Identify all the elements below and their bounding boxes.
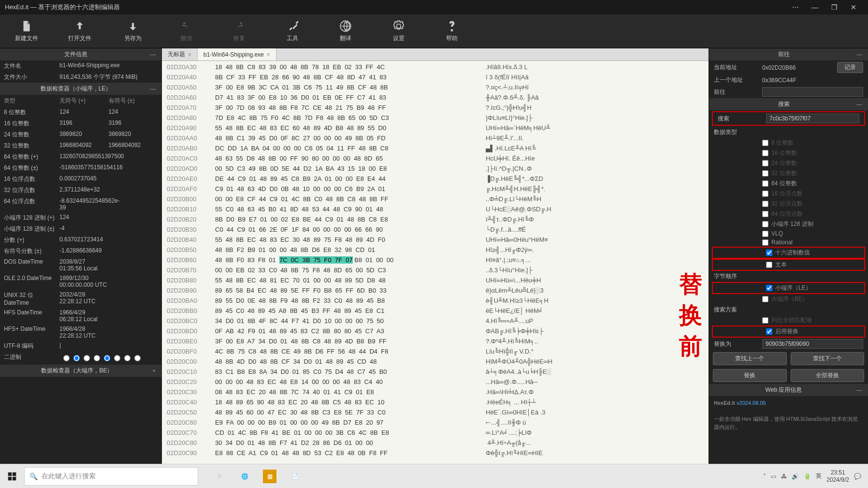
- help-button[interactable]: 帮助: [425, 15, 478, 48]
- webapp-header[interactable]: Web 应用信息—: [709, 384, 868, 396]
- hex-row[interactable]: 02D20BE03F 00 E8 A7 34 D0 01 48 8B C8 48…: [162, 336, 709, 346]
- save-as-button[interactable]: 另存为: [106, 15, 159, 48]
- hex-row[interactable]: 02D20BB089 45 C0 48 89 45 A8 8B 45 B3 FF…: [162, 306, 709, 316]
- replace-input[interactable]: [762, 339, 863, 349]
- hex-row[interactable]: 02D20C3008 48 83 EC 20 48 8B 7C 74 40 01…: [162, 387, 709, 397]
- steam-icon[interactable]: ⚙: [208, 465, 231, 488]
- list-all-checkbox[interactable]: [762, 317, 768, 324]
- hex-row[interactable]: 02D20C5048 89 45 60 00 47 EC 30 48 8B C3…: [162, 407, 709, 417]
- settings-button[interactable]: 设置: [372, 15, 425, 48]
- hex-row[interactable]: 02D20B1055 C0 48 63 45 B0 41 8D 48 53 44…: [162, 204, 709, 214]
- datatype-checkbox[interactable]: [762, 239, 768, 246]
- datatype-checkbox[interactable]: [762, 160, 768, 166]
- clock[interactable]: 23:512024/9/2: [826, 469, 849, 483]
- hex-row[interactable]: 02D20B4055 48 8B EC 48 83 EC 30 48 89 75…: [162, 235, 709, 245]
- hex-row[interactable]: 02D20AA048 8B C1 39 45 D0 0F 8C 27 00 00…: [162, 133, 709, 143]
- be-checkbox[interactable]: [762, 296, 768, 302]
- hex-row[interactable]: 02D20AF0C9 01 48 63 4D D0 0B 48 10 00 00…: [162, 184, 709, 194]
- datatype-checkbox[interactable]: [762, 231, 768, 237]
- le-checkbox[interactable]: [766, 285, 772, 291]
- hex-row[interactable]: 02D20B6048 8B F0 83 F8 01 7C 0C 3B 75 F0…: [162, 255, 709, 265]
- notification-icon[interactable]: 💬: [854, 473, 861, 480]
- search-header[interactable]: 搜索—: [709, 98, 868, 110]
- hex-row[interactable]: 02D20A408B CF 33 FF EB 28 66 90 48 8B CF…: [162, 72, 709, 82]
- collapse-icon[interactable]: —: [148, 86, 158, 92]
- datatype-checkbox[interactable]: [762, 201, 768, 207]
- goto-input[interactable]: [762, 87, 863, 97]
- replace-all-button[interactable]: 全部替换: [791, 369, 865, 382]
- find-next-button[interactable]: 查找下一个: [791, 352, 865, 365]
- minimize-icon[interactable]: —: [805, 3, 825, 11]
- close-tab-icon[interactable]: ×: [188, 51, 191, 58]
- close-tab-icon[interactable]: ×: [267, 51, 270, 58]
- hex-row[interactable]: 02D20C70CD 01 4C 8B F8 41 BE 01 00 00 00…: [162, 428, 709, 438]
- chevron-up-icon[interactable]: ˄: [763, 473, 766, 480]
- enable-replace-checkbox[interactable]: [766, 328, 772, 335]
- notepad-icon[interactable]: 📄: [283, 465, 306, 488]
- tab-file[interactable]: b1-Win64-Shipping.exe×: [198, 48, 276, 60]
- hex-row[interactable]: 02D20B0000 00 E8 CF 44 C9 01 4C 8B C0 48…: [162, 194, 709, 204]
- translate-button[interactable]: 翻译: [319, 15, 372, 48]
- hex-row[interactable]: 02D20C2000 00 00 48 83 EC 48 E8 14 00 00…: [162, 377, 709, 387]
- network-icon[interactable]: 🖧: [781, 473, 787, 480]
- binary-radios[interactable]: [59, 353, 158, 363]
- hex-row[interactable]: 02D20B8055 48 8B EC 48 81 EC 70 01 00 00…: [162, 275, 709, 285]
- new-file-button[interactable]: 新建文件: [0, 15, 53, 48]
- taskbar-search[interactable]: 🔍在此键入进行搜索: [24, 467, 198, 486]
- tray-icon[interactable]: ▭: [771, 473, 776, 480]
- hex-row[interactable]: 02D20AB0DC DD 1A BA 04 00 00 00 C6 05 04…: [162, 143, 709, 153]
- hex-grid[interactable]: 替换前 02D20A3018 48 8B C8 83 39 00 48 8B 7…: [162, 61, 709, 469]
- redo-button[interactable]: 恢复: [213, 15, 266, 48]
- record-button[interactable]: 记录: [837, 62, 863, 73]
- tab-untitled[interactable]: 无标题×: [162, 48, 198, 60]
- replace-button[interactable]: 替换: [713, 369, 787, 382]
- hex-row[interactable]: 02D20A3018 48 8B C8 83 39 00 48 8B 78 18…: [162, 62, 709, 72]
- hex-row[interactable]: 02D20AE0DE 44 C9 01 48 89 45 C8 B9 2A 01…: [162, 174, 709, 184]
- close-icon[interactable]: ✕: [844, 3, 863, 11]
- datatype-checkbox[interactable]: [762, 140, 768, 146]
- hex-row[interactable]: 02D20C0048 8B 4D D0 48 8B CF 34 D0 01 48…: [162, 356, 709, 367]
- hex-row[interactable]: 02D20AD000 5D C3 49 8B 0D 5E 44 D2 1A BA…: [162, 163, 709, 174]
- hex-row[interactable]: 02D20B5048 8B F2 B9 01 00 00 48 8B D6 E8…: [162, 245, 709, 255]
- goto-header[interactable]: 前往—: [709, 48, 868, 60]
- hex-row[interactable]: 02D20B7000 00 EB 02 33 C0 48 8B 75 F8 48…: [162, 265, 709, 275]
- hex-row[interactable]: 02D20B208B D0 B9 E7 01 00 02 E8 BE 44 C9…: [162, 214, 709, 224]
- hex-row[interactable]: 02D20A60D7 41 83 3F 00 E8 10 36 D0 01 EB…: [162, 92, 709, 103]
- hex-row[interactable]: 02D20C8030 34 D0 01 48 8B F7 41 D2 28 86…: [162, 438, 709, 448]
- tools-button[interactable]: 工具: [266, 15, 319, 48]
- datatype-checkbox[interactable]: [762, 180, 768, 187]
- find-prev-button[interactable]: 查找上一个: [713, 352, 787, 365]
- hex-row[interactable]: 02D20A9055 48 8B EC 48 83 EC 60 48 89 4D…: [162, 123, 709, 133]
- more-icon[interactable]: ⋯: [786, 3, 805, 11]
- open-file-button[interactable]: 打开文件: [53, 15, 106, 48]
- maximize-icon[interactable]: ❐: [825, 3, 844, 11]
- hex-row[interactable]: 02D20A807D E8 4C 8B 75 F0 4C 8B 7D F8 48…: [162, 113, 709, 123]
- app-icon[interactable]: ▦: [263, 470, 276, 483]
- battery-icon[interactable]: 🔋: [804, 473, 811, 480]
- datatype-checkbox[interactable]: [762, 191, 768, 197]
- hex-row[interactable]: 02D20BF04C 8B 75 C8 48 8B CE 49 8B D6 FF…: [162, 346, 709, 356]
- file-info-header[interactable]: 文件信息—: [0, 48, 161, 60]
- hex-row[interactable]: 02D20AC048 63 55 D8 48 8B 00 FF 90 80 00…: [162, 153, 709, 163]
- hex-row[interactable]: 02D20A703F 00 7D 08 93 48 8B F8 7C CE 48…: [162, 103, 709, 113]
- hex-row[interactable]: 02D20BD00F AB 42 F9 01 48 89 45 83 C2 8B…: [162, 326, 709, 336]
- datatype-checkbox[interactable]: [762, 211, 768, 217]
- start-button[interactable]: [0, 464, 24, 488]
- data-inspector-be-header[interactable]: 数据检查器（大端序，BE）+: [0, 365, 161, 377]
- hex-row[interactable]: 02D20A503F 00 E8 9B 3C CA 01 3B C6 75 11…: [162, 82, 709, 92]
- hex-row[interactable]: 02D20C1083 C1 B8 E8 8A 34 D0 01 85 C0 75…: [162, 367, 709, 377]
- volume-icon[interactable]: 🔊: [792, 473, 799, 480]
- hex-row[interactable]: 02D20B9089 65 58 B4 EC 48 89 5E FF F0 B8…: [162, 285, 709, 296]
- hex-row[interactable]: 02D20BA089 55 D0 0E 48 8B F9 48 8B F2 33…: [162, 296, 709, 306]
- undo-button[interactable]: 撤消: [159, 15, 213, 48]
- datatype-checkbox[interactable]: [762, 150, 768, 156]
- hex-row[interactable]: 02D20C60E9 FA 00 00 00 B9 01 00 00 00 49…: [162, 417, 709, 428]
- hex-row[interactable]: 02D20C4018 48 89 65 90 48 83 EC 20 48 8B…: [162, 397, 709, 407]
- hex-row[interactable]: 02D20C90E8 88 CE A1 C9 01 48 48 8D 53 C2…: [162, 448, 709, 458]
- hex-row[interactable]: 02D20BC034 D0 01 8B 4F 8C 44 F7 41 D0 10…: [162, 316, 709, 326]
- collapse-icon[interactable]: —: [148, 51, 158, 58]
- data-inspector-le-header[interactable]: 数据检查器（小端序，LE）—: [0, 83, 161, 95]
- edge-icon[interactable]: 🌐: [233, 465, 256, 488]
- expand-icon[interactable]: +: [150, 368, 158, 374]
- datatype-checkbox[interactable]: [762, 170, 768, 177]
